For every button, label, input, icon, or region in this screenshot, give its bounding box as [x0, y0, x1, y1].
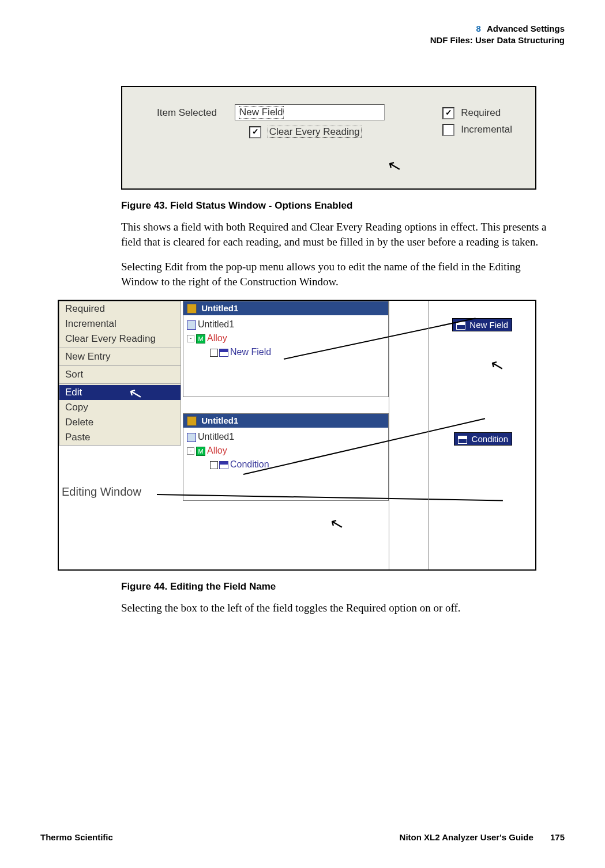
edit-field-bottom[interactable]: Condition — [454, 432, 512, 446]
header-subtitle: NDF Files: User Data Structuring — [40, 35, 565, 46]
required-label: Required — [461, 107, 501, 118]
tree-bottom-title: Untitled1 — [201, 416, 238, 425]
edit-field-top-text: New Field — [469, 320, 508, 330]
field-required-checkbox[interactable] — [210, 461, 218, 469]
tree-item[interactable]: Untitled1 — [198, 432, 234, 441]
paragraph-1: This shows a field with both Required an… — [121, 220, 548, 249]
tree-panel-bottom: Untitled1 Untitled1 -MAlloy Condition — [183, 413, 389, 501]
figure-44-caption: Figure 44. Editing the Field Name — [121, 581, 565, 592]
chapter-number: 8 — [476, 24, 480, 33]
m-icon: M — [196, 447, 205, 456]
menu-edit[interactable]: Edit ↖ — [59, 385, 181, 400]
incremental-checkbox[interactable] — [442, 124, 454, 136]
tree-item-alloy[interactable]: Alloy — [207, 446, 227, 455]
folder-icon — [187, 304, 197, 314]
footer-guide-title: Niton XL2 Analyzer User's Guide — [400, 832, 533, 842]
divider — [428, 301, 429, 569]
item-selected-label: Item Selected — [157, 107, 217, 119]
menu-edit-label: Edit — [65, 387, 82, 398]
list-icon — [187, 320, 196, 330]
paragraph-2: Selecting Edit from the pop-up menu allo… — [121, 259, 548, 289]
footer-left: Thermo Scientific — [40, 832, 113, 842]
menu-delete[interactable]: Delete — [59, 415, 181, 430]
figure-44-panel: Required Incremental Clear Every Reading… — [58, 300, 536, 571]
menu-separator — [59, 348, 181, 348]
field-icon — [458, 436, 467, 444]
list-icon — [187, 433, 196, 442]
menu-separator — [59, 365, 181, 366]
field-icon — [219, 349, 228, 357]
menu-required[interactable]: Required — [59, 301, 181, 316]
chapter-title: Advanced Settings — [487, 24, 565, 33]
cursor-icon: ↖ — [330, 514, 343, 533]
collapse-icon[interactable]: - — [187, 447, 194, 455]
required-checkbox[interactable]: ✓ — [442, 107, 454, 119]
menu-incremental[interactable]: Incremental — [59, 316, 181, 331]
tree-top-title: Untitled1 — [201, 303, 238, 313]
paragraph-3: Selecting the box to the left of the fie… — [121, 601, 548, 616]
menu-copy[interactable]: Copy — [59, 400, 181, 415]
edit-field-bottom-text: Condition — [472, 434, 508, 444]
field-required-checkbox[interactable] — [210, 349, 218, 357]
field-name-input[interactable]: New Field — [235, 104, 385, 120]
menu-separator — [59, 383, 181, 384]
menu-sort[interactable]: Sort — [59, 367, 181, 382]
menu-clear[interactable]: Clear Every Reading — [59, 331, 181, 346]
editing-window-label: Editing Window — [62, 485, 141, 499]
figure-43-panel: Item Selected New Field ✓ Clear Every Re… — [121, 86, 536, 190]
menu-new-entry[interactable]: New Entry — [59, 349, 181, 364]
clear-every-reading-checkbox[interactable]: ✓ — [249, 126, 261, 138]
collapse-icon[interactable]: - — [187, 335, 194, 342]
incremental-label: Incremental — [461, 124, 512, 135]
m-icon: M — [196, 334, 205, 344]
page-footer: Thermo Scientific Niton XL2 Analyzer Use… — [40, 832, 565, 842]
tree-item-newfield[interactable]: New Field — [230, 347, 271, 357]
tree-item-alloy[interactable]: Alloy — [207, 333, 227, 343]
cursor-icon: ↖ — [388, 156, 401, 175]
tree-item-condition[interactable]: Condition — [230, 459, 269, 469]
menu-paste[interactable]: Paste — [59, 430, 181, 445]
context-menu: Required Incremental Clear Every Reading… — [59, 301, 181, 446]
clear-every-reading-label: Clear Every Reading — [268, 126, 362, 138]
figure-43-caption: Figure 43. Field Status Window - Options… — [121, 200, 565, 212]
tree-bottom-titlebar: Untitled1 — [183, 414, 388, 428]
page-header: 8 Advanced Settings NDF Files: User Data… — [40, 23, 565, 46]
field-icon — [219, 461, 228, 469]
field-name-value: New Field — [239, 106, 284, 119]
tree-panel-top: Untitled1 Untitled1 -MAlloy New Field — [183, 301, 389, 397]
edit-field-top[interactable]: New Field — [452, 318, 512, 331]
cursor-icon: ↖ — [490, 356, 503, 375]
tree-item[interactable]: Untitled1 — [198, 319, 234, 329]
divider — [389, 301, 389, 569]
tree-top-titlebar: Untitled1 — [183, 301, 388, 316]
page-number: 175 — [550, 832, 565, 842]
folder-icon — [187, 416, 197, 426]
